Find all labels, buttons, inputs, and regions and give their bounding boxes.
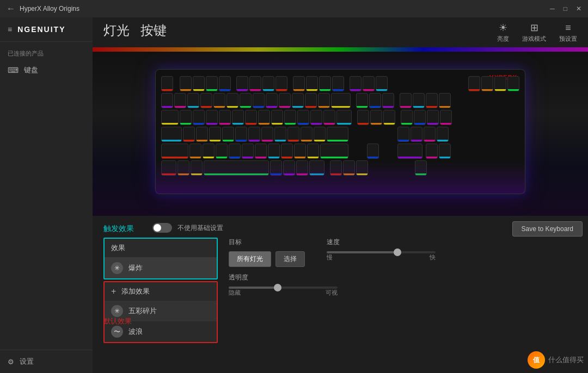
key-slash[interactable] xyxy=(307,144,319,159)
key-num4[interactable] xyxy=(401,110,413,125)
key-f[interactable] xyxy=(222,127,234,142)
key-pgdn[interactable] xyxy=(383,110,395,125)
toolbar-brightness[interactable]: ☀ 亮度 xyxy=(497,22,509,43)
key-k[interactable] xyxy=(274,127,286,142)
key-home[interactable] xyxy=(369,93,381,108)
key-1[interactable] xyxy=(174,93,186,108)
key-5[interactable] xyxy=(226,93,238,108)
key-numlock[interactable] xyxy=(468,76,480,91)
key-f10[interactable] xyxy=(306,76,318,91)
key-backspace[interactable] xyxy=(331,93,351,108)
key-f9[interactable] xyxy=(293,76,305,91)
key-minus[interactable] xyxy=(305,93,317,108)
hamburger-icon[interactable]: ≡ xyxy=(8,25,12,34)
key-m[interactable] xyxy=(268,144,280,159)
key-w[interactable] xyxy=(193,110,205,125)
key-s[interactable] xyxy=(196,127,208,142)
toolbar-settings[interactable]: ≡ 预设置 xyxy=(559,22,577,43)
key-f5[interactable] xyxy=(236,76,248,91)
key-g[interactable] xyxy=(235,127,247,142)
key-4[interactable] xyxy=(213,93,225,108)
key-6[interactable] xyxy=(240,93,252,108)
sidebar-settings[interactable]: ⚙ 设置 xyxy=(0,350,93,373)
key-equal[interactable] xyxy=(318,93,330,108)
key-capslock[interactable] xyxy=(161,127,182,142)
minimize-button[interactable]: ─ xyxy=(550,5,555,13)
key-f8[interactable] xyxy=(275,76,287,91)
toolbar-gamemode[interactable]: ⊞ 游戏模式 xyxy=(522,22,546,43)
key-num1[interactable] xyxy=(397,127,409,142)
key-f2[interactable] xyxy=(193,76,205,91)
key-enter[interactable] xyxy=(327,127,348,142)
key-a[interactable] xyxy=(183,127,195,142)
key-r[interactable] xyxy=(219,110,231,125)
key-semicolon[interactable] xyxy=(301,127,313,142)
key-numdiv[interactable] xyxy=(481,76,493,91)
key-f1[interactable] xyxy=(180,76,192,91)
key-y[interactable] xyxy=(245,110,257,125)
key-f12[interactable] xyxy=(332,76,344,91)
key-up[interactable] xyxy=(367,144,379,159)
key-p[interactable] xyxy=(297,110,309,125)
key-num3[interactable] xyxy=(424,127,436,142)
key-j[interactable] xyxy=(261,127,273,142)
all-lights-button[interactable]: 所有灯光 xyxy=(229,251,271,267)
key-insert[interactable] xyxy=(356,93,368,108)
key-q[interactable] xyxy=(180,110,192,125)
key-rshift[interactable] xyxy=(320,144,348,159)
key-z[interactable] xyxy=(189,144,201,159)
key-num7[interactable] xyxy=(400,93,412,108)
key-numadd2[interactable] xyxy=(440,110,452,125)
key-num0[interactable] xyxy=(397,144,422,159)
key-b[interactable] xyxy=(242,144,254,159)
key-3[interactable] xyxy=(200,93,212,108)
key-backslash[interactable] xyxy=(336,110,352,125)
key-delete[interactable] xyxy=(357,110,369,125)
close-button[interactable]: ✕ xyxy=(576,5,581,13)
add-effects-item[interactable]: + 添加效果 xyxy=(105,282,217,301)
key-end[interactable] xyxy=(370,110,382,125)
key-nummul[interactable] xyxy=(494,76,506,91)
key-u[interactable] xyxy=(258,110,270,125)
speed-thumb[interactable] xyxy=(394,248,401,256)
key-o[interactable] xyxy=(284,110,296,125)
maximize-button[interactable]: □ xyxy=(564,5,567,13)
key-7[interactable] xyxy=(253,93,265,108)
key-period[interactable] xyxy=(294,144,306,159)
key-f11[interactable] xyxy=(319,76,331,91)
key-c[interactable] xyxy=(216,144,228,159)
key-num6[interactable] xyxy=(427,110,439,125)
page-title-keys[interactable]: 按键 xyxy=(140,22,167,39)
save-to-keyboard-button[interactable]: Save to Keyboard xyxy=(512,221,583,237)
key-quote[interactable] xyxy=(314,127,326,142)
key-e[interactable] xyxy=(206,110,218,125)
key-2[interactable] xyxy=(187,93,199,108)
key-numenter2[interactable] xyxy=(439,144,451,159)
key-v[interactable] xyxy=(229,144,241,159)
key-x[interactable] xyxy=(203,144,215,159)
key-comma[interactable] xyxy=(281,144,293,159)
key-n[interactable] xyxy=(255,144,267,159)
page-title-lighting[interactable]: 灯光 xyxy=(103,22,130,39)
key-numdot[interactable] xyxy=(426,144,438,159)
key-l[interactable] xyxy=(287,127,299,142)
key-i[interactable] xyxy=(271,110,283,125)
key-lbracket[interactable] xyxy=(310,110,322,125)
transparency-thumb[interactable] xyxy=(274,284,281,291)
key-numenter[interactable] xyxy=(437,127,449,142)
key-scroll[interactable] xyxy=(363,76,375,91)
key-9[interactable] xyxy=(279,93,291,108)
key-f6[interactable] xyxy=(249,76,261,91)
key-esc[interactable] xyxy=(161,76,173,91)
key-numadd[interactable] xyxy=(439,93,451,108)
key-num2[interactable] xyxy=(411,127,422,142)
key-num8[interactable] xyxy=(413,93,425,108)
key-pause[interactable] xyxy=(376,76,388,91)
key-tab[interactable] xyxy=(161,110,179,125)
key-d[interactable] xyxy=(209,127,221,142)
key-numsub[interactable] xyxy=(507,76,519,91)
key-lshift[interactable] xyxy=(161,144,188,159)
key-8[interactable] xyxy=(266,93,278,108)
key-tilde[interactable] xyxy=(161,93,173,108)
sidebar-item-keyboard[interactable]: ⌨ 键盘 xyxy=(0,61,93,79)
